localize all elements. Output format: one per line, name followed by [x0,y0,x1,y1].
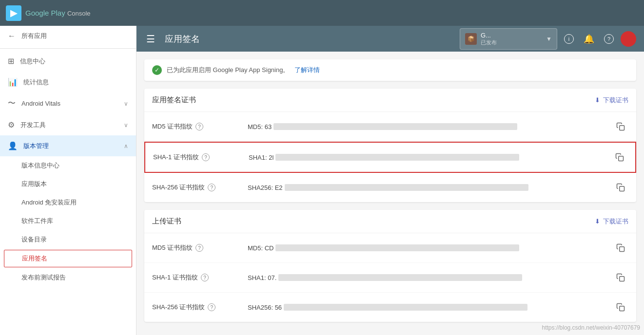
upload-cert-md5-label: MD5 证书指纹 ? [152,243,240,252]
upload-cert-md5-row: MD5 证书指纹 ? MD5: CD [144,233,636,263]
sidebar-divider-1 [0,48,136,49]
vitals-icon: 〜 [8,98,16,109]
help-button[interactable]: ? [601,31,617,47]
sidebar-item-dev-tools[interactable]: ⚙ 开发工具 ∨ [0,114,136,135]
app-cert-sha1-label: SHA-1 证书指纹 ? [153,153,241,162]
download-icon-2: ⬇ [595,218,600,225]
sha1-hash-bar [275,154,519,161]
dropdown-arrow-icon: ▼ [546,36,552,42]
app-cert-md5-copy-btn[interactable] [613,119,628,134]
copy-icon-2 [615,153,624,162]
app-cert-sha1-row: SHA-1 证书指纹 ? SHA1: 2l [144,142,636,173]
logo-icon: ▶ [6,5,21,21]
sha256-hash-bar [285,184,528,191]
app-cert-sha256-label: SHA-256 证书指纹 ? [152,183,240,192]
app-icon: 📦 [465,33,477,45]
app-cert-md5-value: MD5: 63 [248,123,605,130]
sha1-help-icon[interactable]: ? [202,153,210,161]
watermark: https://blog.csdn.net/weixin-40707679 [542,324,640,331]
svg-rect-0 [620,126,624,130]
copy-icon-4 [616,243,625,252]
logo-area: ▶ Google Play Console [6,5,142,21]
upload-sha1-help-icon[interactable]: ? [201,274,209,281]
main-layout: ← 所有应用 ⊞ 信息中心 📊 统计信息 〜 Android Vitals ∨ … [0,26,644,335]
upload-md5-help-icon[interactable]: ? [195,244,203,252]
app-cert-sha256-row: SHA-256 证书指纹 ? SHA256: E2 [144,173,636,202]
upload-cert-sha256-row: SHA-256 证书指纹 ? SHA256: 56 [144,293,636,322]
upload-cert-sha256-copy-btn[interactable] [613,299,628,315]
sidebar-item-android-vitals[interactable]: 〜 Android Vitals ∨ [0,93,136,114]
download-icon: ⬇ [595,96,600,104]
chevron-up-icon: ∧ [124,143,128,149]
sidebar-submenu-app-signing[interactable]: 应用签名 [4,250,132,267]
copy-icon-5 [616,273,625,282]
chart-icon: 📊 [8,77,18,87]
upload-cert-sha1-value: SHA1: 07. [248,274,605,281]
hamburger-button[interactable]: ☰ [144,31,157,47]
sidebar-submenu-app-version[interactable]: 应用版本 [0,175,136,193]
info-button[interactable]: i [561,31,577,47]
upload-md5-hash-bar [275,244,519,251]
upload-cert-md5-copy-btn[interactable] [613,240,628,256]
sidebar-item-all-apps[interactable]: ← 所有应用 [0,26,136,46]
app-info: G... 已发布 [481,32,542,46]
upload-cert-title: 上传证书 [152,217,181,226]
content-area: ☰ 应用签名 📦 G... 已发布 ▼ i 🔔 ? [137,26,644,335]
svg-rect-1 [619,156,624,161]
upload-cert-section-header: 上传证书 ⬇ 下载证书 [144,210,636,233]
upload-sha256-hash-bar [284,304,527,311]
copy-icon-3 [616,183,625,192]
md5-hash-bar [273,123,517,130]
sidebar-submenu-pre-release[interactable]: 发布前测试报告 [0,268,136,287]
grid-icon: ⊞ [8,56,14,66]
app-cert-section-header: 应用签名证书 ⬇ 下载证书 [144,89,636,112]
sidebar-item-stats[interactable]: 📊 统计信息 [0,72,136,93]
logo-text: Google Play Console [25,9,91,17]
sidebar-submenu-android-instant[interactable]: Android 免安装应用 [0,193,136,212]
app-cert-sha256-copy-btn[interactable] [613,180,628,195]
app-cert-sha256-value: SHA256: E2 [248,184,605,191]
notification-button[interactable]: 🔔 [581,31,597,47]
svg-rect-4 [620,277,624,281]
app-cert-sha1-copy-btn[interactable] [612,149,627,165]
sidebar-item-info-center[interactable]: ⊞ 信息中心 [0,51,136,72]
copy-icon [616,122,625,131]
sha256-help-icon[interactable]: ? [208,184,215,191]
info-circle-icon: i [564,34,574,44]
upload-cert-sha256-label: SHA-256 证书指纹 ? [152,303,240,312]
notice-text: 已为此应用启用 Google Play App Signing。 了解详情 [167,66,320,74]
app-cert-title: 应用签名证书 [152,95,196,105]
upload-sha1-hash-bar [278,274,522,281]
chevron-down-icon: ∨ [124,100,128,107]
upload-cert-download-btn[interactable]: ⬇ 下载证书 [595,217,628,226]
back-icon: ← [8,32,16,40]
bell-icon: 🔔 [584,34,594,44]
upload-cert-md5-value: MD5: CD [248,244,605,252]
upload-cert-sha256-value: SHA256: 56 [248,304,605,311]
sidebar-submenu-version-info[interactable]: 版本信息中心 [0,156,136,175]
app-selector[interactable]: 📦 G... 已发布 ▼ [460,28,557,50]
upload-cert-sha1-label: SHA-1 证书指纹 ? [152,273,240,282]
svg-rect-3 [620,247,624,252]
sidebar-item-version-mgmt[interactable]: 👤 版本管理 ∧ [0,135,136,156]
top-header: ▶ Google Play Console [0,0,644,26]
upload-cert-section: 上传证书 ⬇ 下载证书 MD5 证书指纹 ? MD5: CD [144,210,636,322]
notice-banner: ✓ 已为此应用启用 Google Play App Signing。 了解详情 [144,59,636,81]
upload-cert-sha1-copy-btn[interactable] [613,270,628,285]
app-cert-download-btn[interactable]: ⬇ 下载证书 [595,96,628,105]
app-cert-md5-label: MD5 证书指纹 ? [152,122,240,131]
copy-icon-6 [616,303,625,312]
main-content: ✓ 已为此应用启用 Google Play App Signing。 了解详情 … [137,52,644,335]
user-avatar[interactable] [621,31,636,47]
app-cert-section: 应用签名证书 ⬇ 下载证书 MD5 证书指纹 ? MD5: 63 [144,89,636,202]
md5-help-icon[interactable]: ? [195,123,203,130]
header-right: 📦 G... 已发布 ▼ i 🔔 ? [460,28,636,50]
sidebar-submenu-software-lib[interactable]: 软件工件库 [0,212,136,230]
app-cert-md5-row: MD5 证书指纹 ? MD5: 63 [144,112,636,142]
sidebar-submenu-device-catalog[interactable]: 设备目录 [0,230,136,249]
learn-more-link[interactable]: 了解详情 [294,66,320,74]
chevron-down-icon-2: ∨ [124,122,128,129]
upload-cert-sha1-row: SHA-1 证书指纹 ? SHA1: 07. [144,263,636,293]
upload-sha256-help-icon[interactable]: ? [208,303,215,311]
app-cert-sha1-value: SHA1: 2l [249,154,604,161]
